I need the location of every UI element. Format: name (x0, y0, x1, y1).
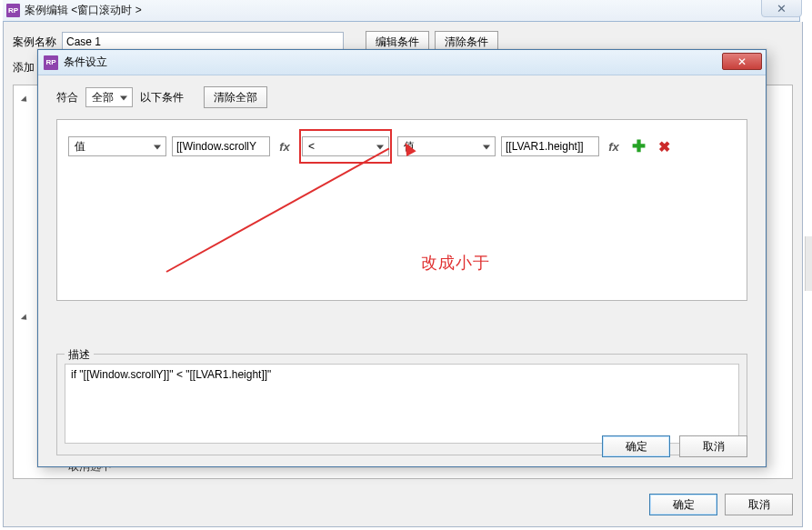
add-condition-icon[interactable]: ✚ (628, 136, 649, 156)
condition-list: 值 fx < 值 fx ✚ ✖ 改成小于 (56, 119, 747, 301)
case-name-label: 案例名称 (13, 35, 56, 50)
dialog-cancel-button[interactable]: 取消 (679, 435, 747, 457)
dialog-ok-button[interactable]: 确定 (602, 435, 670, 457)
condition-dialog-titlebar[interactable]: RP 条件设立 ✕ (38, 50, 766, 75)
close-icon: ✕ (737, 55, 747, 68)
dialog-close-button[interactable]: ✕ (722, 53, 762, 70)
match-suffix-label: 以下条件 (140, 90, 184, 105)
annotation-frame: < (299, 129, 392, 164)
chevron-down-icon (21, 95, 29, 104)
chevron-down-icon (21, 314, 29, 322)
condition-dialog-title: 条件设立 (64, 55, 107, 70)
outer-ok-button[interactable]: 确定 (649, 494, 717, 515)
delete-condition-icon[interactable]: ✖ (655, 138, 674, 155)
match-combo[interactable]: 全部 (85, 87, 133, 107)
match-prefix-label: 符合 (56, 90, 78, 105)
left-type-combo[interactable]: 值 (68, 136, 166, 156)
app-icon: RP (6, 4, 20, 17)
fx-button-right[interactable]: fx (605, 136, 623, 156)
condition-dialog: RP 条件设立 ✕ 符合 全部 以下条件 清除全部 值 fx < 值 fx ✚ (37, 49, 767, 467)
close-icon: ✕ (777, 2, 787, 15)
add-label: 添加 (13, 61, 35, 74)
condition-dialog-body: 符合 全部 以下条件 清除全部 值 fx < 值 fx ✚ ✖ 改成小于 (38, 75, 766, 466)
description-text[interactable] (65, 364, 739, 444)
description-legend: 描述 (65, 347, 94, 363)
app-icon: RP (44, 55, 58, 70)
clear-all-button[interactable]: 清除全部 (204, 86, 267, 108)
outer-close-button[interactable]: ✕ (761, 0, 802, 17)
case-editor-titlebar[interactable]: RP 案例编辑 <窗口滚动时 > ✕ (3, 0, 800, 22)
outer-cancel-button[interactable]: 取消 (725, 494, 793, 515)
left-expr-input[interactable] (172, 136, 270, 156)
annotation-text: 改成小于 (421, 252, 490, 274)
scrollbar-hint (805, 236, 812, 291)
fx-button-left[interactable]: fx (276, 136, 294, 156)
case-editor-title: 案例编辑 <窗口滚动时 > (25, 3, 142, 18)
right-expr-input[interactable] (501, 136, 599, 156)
annotation-arrow-line (166, 147, 390, 272)
